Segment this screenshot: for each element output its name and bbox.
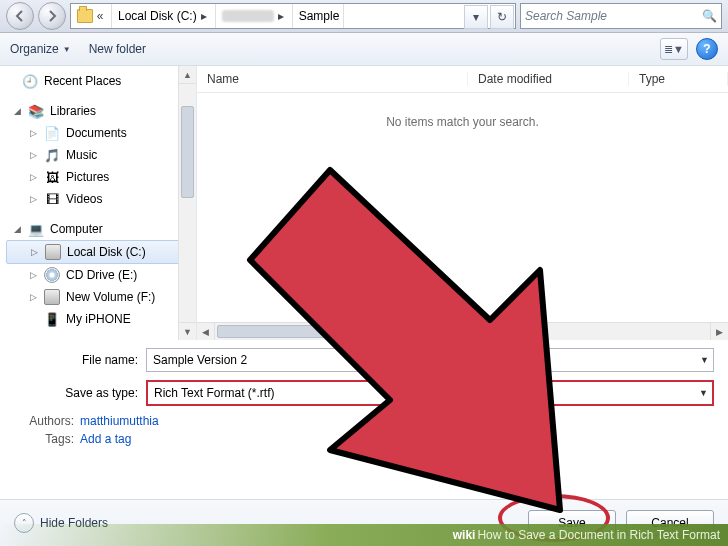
filename-combo[interactable]: Sample Version 2▼ (146, 348, 714, 372)
nav-bar: « Local Disk (C:)▸ ▸ Sample ▾ ↻ Search S… (0, 0, 728, 33)
column-type[interactable]: Type (629, 72, 728, 86)
documents-icon: 📄 (44, 125, 60, 141)
scroll-right-icon[interactable]: ▶ (710, 323, 728, 340)
authors-value[interactable]: matthiumutthia (80, 414, 159, 428)
tags-value[interactable]: Add a tag (80, 432, 131, 446)
sidebar-item-drive-c[interactable]: ▷Local Disk (C:) (6, 240, 190, 264)
search-icon: 🔍 (702, 9, 717, 23)
scroll-thumb[interactable] (217, 325, 399, 338)
chevron-down-icon: ▼ (699, 388, 708, 398)
saveastype-combo[interactable]: Rich Text Format (*.rtf)▼ (146, 380, 714, 406)
sidebar-item-pictures[interactable]: ▷🖼Pictures (6, 166, 196, 188)
new-folder-button[interactable]: New folder (89, 42, 146, 56)
disk-icon (44, 289, 60, 305)
recent-icon: 🕘 (22, 73, 38, 89)
toolbar: Organize ▼ New folder ≣ ▼ ? (0, 33, 728, 66)
title-value[interactable]: ject (399, 414, 418, 428)
breadcrumb-dropdown-button[interactable]: ▾ (464, 5, 488, 29)
tags-label: Tags: (14, 432, 74, 446)
organize-button[interactable]: Organize ▼ (10, 42, 71, 56)
device-icon: 📱 (44, 311, 60, 327)
authors-label: Authors: (14, 414, 74, 428)
nav-sidebar: 🕘Recent Places ◢📚Libraries ▷📄Documents ▷… (0, 66, 197, 340)
libraries-icon: 📚 (28, 103, 44, 119)
expand-icon: ▷ (28, 128, 38, 138)
caption-brand: wiki (453, 528, 476, 542)
cd-icon (44, 267, 60, 283)
sidebar-group-computer[interactable]: ◢💻Computer (6, 218, 196, 240)
sidebar-item-videos[interactable]: ▷🎞Videos (6, 188, 196, 210)
expand-icon: ▷ (28, 172, 38, 182)
sidebar-item-recent[interactable]: 🕘Recent Places (6, 70, 196, 92)
sidebar-item-drive-f[interactable]: ▷New Volume (F:) (6, 286, 196, 308)
breadcrumb-segment-blurred[interactable]: ▸ (216, 4, 293, 28)
expand-icon: ▷ (28, 270, 38, 280)
back-button[interactable] (6, 2, 34, 30)
chevron-down-icon: ▼ (673, 43, 684, 55)
search-input[interactable]: Search Sample 🔍 (520, 3, 722, 29)
breadcrumb-segment-current[interactable]: Sample (293, 4, 345, 28)
forward-button[interactable] (38, 2, 66, 30)
help-button[interactable]: ? (696, 38, 718, 60)
wikihow-caption: wikiHow to Save a Document in Rich Text … (0, 524, 728, 546)
sidebar-scrollbar[interactable]: ▲ ▼ (178, 66, 196, 340)
collapse-icon: ◢ (12, 106, 22, 116)
chevron-right-icon: ▸ (197, 9, 211, 23)
chevron-down-icon: ▼ (63, 45, 71, 54)
empty-list-message: No items match your search. (197, 115, 728, 129)
view-options-button[interactable]: ≣ ▼ (660, 38, 688, 60)
expand-icon: ▷ (28, 194, 38, 204)
pictures-icon: 🖼 (44, 169, 60, 185)
caption-text: How to Save a Document in Rich Text Form… (477, 528, 720, 542)
scroll-up-icon[interactable]: ▲ (179, 66, 196, 84)
breadcrumb-segment[interactable]: Local Disk (C:)▸ (112, 4, 216, 28)
computer-icon: 💻 (28, 221, 44, 237)
sidebar-item-documents[interactable]: ▷📄Documents (6, 122, 196, 144)
collapse-icon: ◢ (12, 224, 22, 234)
scroll-left-icon[interactable]: ◀ (197, 323, 215, 340)
expand-icon: ▷ (28, 150, 38, 160)
chevron-down-icon: ▼ (700, 355, 709, 365)
file-list: Name Date modified Type No items match y… (197, 66, 728, 340)
saveastype-label: Save as type: (14, 386, 146, 400)
column-name[interactable]: Name (197, 72, 468, 86)
column-date[interactable]: Date modified (468, 72, 629, 86)
chevron-icon: « (93, 9, 107, 23)
redacted-text (222, 10, 274, 22)
folder-icon (77, 8, 93, 24)
chevron-right-icon: ▸ (274, 9, 288, 23)
expand-icon: ▷ (29, 247, 39, 257)
videos-icon: 🎞 (44, 191, 60, 207)
refresh-button[interactable]: ↻ (490, 5, 514, 29)
disk-icon (45, 244, 61, 260)
filename-label: File name: (14, 353, 146, 367)
sidebar-item-drive-e[interactable]: ▷CD Drive (E:) (6, 264, 196, 286)
sidebar-item-iphone[interactable]: 📱My iPHONE (6, 308, 196, 330)
search-placeholder: Search Sample (525, 9, 607, 23)
breadcrumb-bar[interactable]: « Local Disk (C:)▸ ▸ Sample ▾ ↻ (70, 3, 516, 29)
expand-icon: ▷ (28, 292, 38, 302)
save-form: File name: Sample Version 2▼ Save as typ… (0, 340, 728, 446)
sidebar-group-libraries[interactable]: ◢📚Libraries (6, 100, 196, 122)
sidebar-item-music[interactable]: ▷🎵Music (6, 144, 196, 166)
scroll-down-icon[interactable]: ▼ (179, 322, 196, 340)
music-icon: 🎵 (44, 147, 60, 163)
scroll-thumb[interactable] (181, 106, 194, 198)
column-headers: Name Date modified Type (197, 66, 728, 93)
horizontal-scrollbar[interactable]: ◀ ▶ (197, 322, 728, 340)
